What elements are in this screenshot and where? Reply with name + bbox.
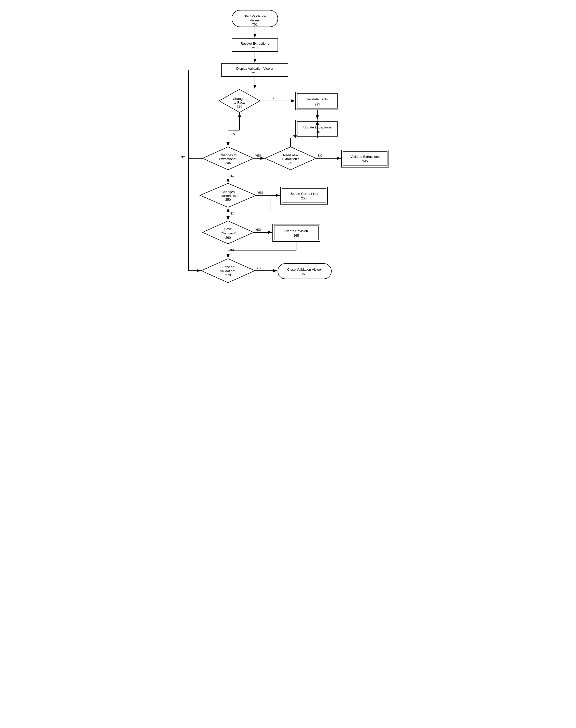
start-label: Start Validation (243, 14, 266, 18)
update-current-list-label2: 255 (301, 196, 307, 200)
no-label-big-left: NO (181, 156, 185, 159)
need-new-extraction-label: Need new (283, 153, 298, 157)
close-viewer-label2: 275 (302, 272, 307, 276)
retrieve-label: Retieve Extractions (240, 42, 269, 46)
changes-current-list-label3: 250 (225, 198, 231, 201)
no-label-newneed: NO (318, 154, 322, 157)
update-current-list-label: Update Current List (290, 192, 318, 196)
yes-label-facts: YES (273, 97, 278, 100)
need-new-extraction-label3: 240 (288, 161, 293, 165)
changes-current-list-label2: to current list? (218, 194, 238, 198)
validate-facts-label2: 225 (315, 102, 320, 106)
create-revision-label2: 265 (293, 234, 299, 238)
need-new-extraction-label2: Extraction? (282, 157, 299, 161)
save-changes-label3: 260 (225, 236, 231, 240)
yes-label-finished: YES (257, 266, 262, 269)
close-viewer-label: Close Validation Viewer (287, 268, 322, 271)
changes-extractions-label3: 235 (225, 161, 231, 165)
yes-label-savechanges: YES (255, 228, 261, 231)
finished-validating-label: Finished (222, 265, 234, 269)
no-label-extractions: NO (230, 174, 234, 177)
yes-label-currentlist: YES (257, 191, 263, 194)
changes-facts-label3: 220 (237, 104, 242, 108)
display-label: Display Validation Viewer (236, 66, 273, 71)
finished-validating-label2: Validating? (220, 269, 236, 273)
arrow-updateextractions-back-facts (239, 113, 296, 129)
display-label2: 215 (252, 71, 258, 75)
no-label-savechanges: NO (230, 248, 234, 251)
changes-extractions-label2: Extractions? (219, 157, 237, 161)
create-revision-label: Create Revision (284, 229, 308, 233)
changes-current-list-label: Changes (222, 190, 235, 194)
validate-extractions-label2: 245 (362, 159, 368, 163)
arrow-big-no-left (189, 158, 203, 271)
yes-label-extractions: YES (255, 154, 261, 157)
changes-extractions-label: Changes to (220, 153, 237, 157)
arrow-createrevision-down (228, 242, 296, 258)
yes-label-newneed: YES (292, 135, 297, 138)
save-changes-label2: Changes? (221, 231, 235, 235)
validate-extractions-label: Validate Extractions (350, 155, 380, 159)
changes-facts-label2: to Facts (234, 101, 246, 104)
flowchart: Start Validation Viewer 705 Retieve Extr… (173, 5, 403, 296)
validate-facts-label: Validate Facts (307, 97, 328, 101)
save-changes-label: Save (224, 227, 232, 231)
changes-facts-label: Changes (233, 97, 247, 101)
no-label-facts: NO (231, 133, 235, 136)
no-label-currentlist: NO (230, 212, 234, 215)
start-label3: 705 (252, 23, 258, 26)
retrieve-label2: 210 (252, 46, 258, 50)
finished-validating-label3: 270 (225, 273, 231, 277)
start-label2: Viewer (250, 18, 260, 22)
